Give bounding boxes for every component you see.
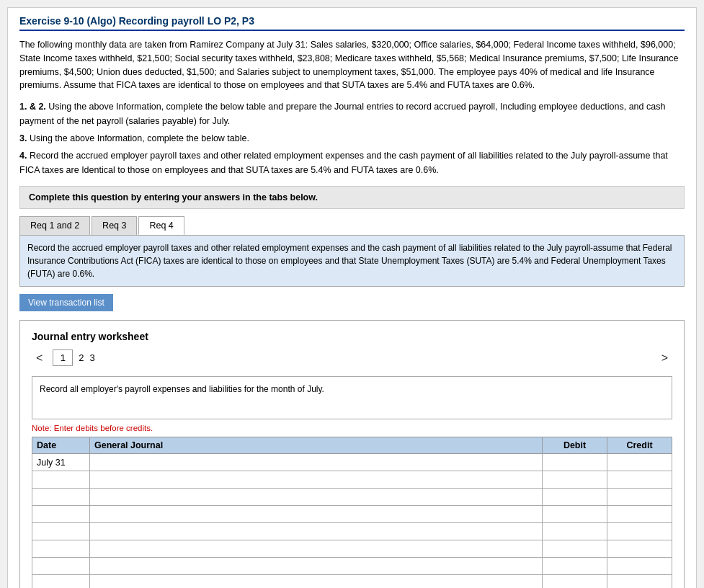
journal-cell-5[interactable] xyxy=(90,523,543,540)
journal-cell-8[interactable] xyxy=(90,575,543,589)
tab-content-box: Record the accrued employer payroll taxe… xyxy=(19,235,685,287)
credit-input-8[interactable] xyxy=(612,579,667,589)
view-transaction-button[interactable]: View transaction list xyxy=(19,294,113,311)
debit-input-4[interactable] xyxy=(547,509,602,520)
table-row xyxy=(32,523,672,540)
nav-row: < 1 2 3 > xyxy=(32,349,672,366)
debit-cell-1[interactable] xyxy=(543,454,607,471)
prev-page-button[interactable]: < xyxy=(32,350,47,366)
table-row: July 31 xyxy=(32,454,672,471)
note-text: Note: Enter debits before credits. xyxy=(32,424,672,432)
journal-input-6[interactable] xyxy=(94,544,538,554)
debit-input-6[interactable] xyxy=(547,544,602,554)
journal-input-8[interactable] xyxy=(94,579,538,589)
journal-input-7[interactable] xyxy=(94,561,538,571)
credit-cell-8[interactable] xyxy=(607,575,672,589)
credit-cell-2[interactable] xyxy=(607,471,672,489)
journal-cell-1[interactable] xyxy=(90,454,543,471)
credit-cell-6[interactable] xyxy=(607,540,672,558)
table-row xyxy=(32,540,672,558)
date-cell-7 xyxy=(32,558,90,575)
credit-cell-5[interactable] xyxy=(607,523,672,540)
col-date: Date xyxy=(32,437,90,454)
journal-cell-2[interactable] xyxy=(90,471,543,489)
tab-req4[interactable]: Req 4 xyxy=(138,216,184,235)
credit-input-6[interactable] xyxy=(612,544,667,554)
credit-cell-4[interactable] xyxy=(607,506,672,523)
credit-input-4[interactable] xyxy=(612,509,667,520)
table-row xyxy=(32,575,672,589)
entry-description: Record all employer's payroll expenses a… xyxy=(32,376,672,419)
journal-input-5[interactable] xyxy=(94,527,538,537)
debit-cell-5[interactable] xyxy=(543,523,607,540)
page-2-button[interactable]: 2 xyxy=(79,352,84,363)
date-cell-3 xyxy=(32,489,90,506)
debit-input-3[interactable] xyxy=(547,492,602,502)
credit-input-2[interactable] xyxy=(612,475,667,485)
table-row xyxy=(32,471,672,489)
journal-input-1[interactable] xyxy=(94,458,538,468)
col-credit: Credit xyxy=(607,437,672,454)
date-cell-1: July 31 xyxy=(32,454,90,471)
journal-input-2[interactable] xyxy=(94,475,538,485)
instruction-2: 3. Using the above Information, complete… xyxy=(19,131,685,146)
debit-cell-7[interactable] xyxy=(543,558,607,575)
journal-input-4[interactable] xyxy=(94,509,538,520)
date-cell-8 xyxy=(32,575,90,589)
credit-cell-1[interactable] xyxy=(607,454,672,471)
credit-input-7[interactable] xyxy=(612,561,667,571)
journal-cell-7[interactable] xyxy=(90,558,543,575)
next-page-button[interactable]: > xyxy=(657,350,672,366)
page-3-button[interactable]: 3 xyxy=(90,352,95,363)
complete-banner: Complete this question by entering your … xyxy=(19,186,685,209)
col-general-journal: General Journal xyxy=(90,437,543,454)
debit-cell-6[interactable] xyxy=(543,540,607,558)
instruction-1: 1. & 2. Using the above Information, com… xyxy=(19,99,685,128)
credit-cell-3[interactable] xyxy=(607,489,672,506)
table-row xyxy=(32,506,672,523)
journal-input-3[interactable] xyxy=(94,492,538,502)
worksheet-container: Journal entry worksheet < 1 2 3 > Record… xyxy=(19,320,685,588)
instruction-3: 4. Record the accrued employer payroll t… xyxy=(19,148,685,177)
debit-input-2[interactable] xyxy=(547,475,602,485)
debit-input-1[interactable] xyxy=(547,458,602,468)
debit-input-5[interactable] xyxy=(547,527,602,537)
credit-input-5[interactable] xyxy=(612,527,667,537)
journal-cell-4[interactable] xyxy=(90,506,543,523)
date-cell-2 xyxy=(32,471,90,489)
page-title: Exercise 9-10 (Algo) Recording payroll L… xyxy=(19,15,685,31)
tabs-row: Req 1 and 2 Req 3 Req 4 xyxy=(19,216,685,235)
instructions: 1. & 2. Using the above Information, com… xyxy=(19,99,685,177)
date-cell-6 xyxy=(32,540,90,558)
journal-cell-6[interactable] xyxy=(90,540,543,558)
table-row xyxy=(32,489,672,506)
journal-table: Date General Journal Debit Credit July 3… xyxy=(32,437,672,588)
debit-cell-4[interactable] xyxy=(543,506,607,523)
debit-input-8[interactable] xyxy=(547,579,602,589)
worksheet-title: Journal entry worksheet xyxy=(32,331,672,342)
debit-cell-8[interactable] xyxy=(543,575,607,589)
col-debit: Debit xyxy=(543,437,607,454)
credit-input-1[interactable] xyxy=(612,458,667,468)
page-1-button[interactable]: 1 xyxy=(53,349,73,366)
date-cell-4 xyxy=(32,506,90,523)
credit-cell-7[interactable] xyxy=(607,558,672,575)
tab-req1and2[interactable]: Req 1 and 2 xyxy=(19,216,90,235)
debit-cell-2[interactable] xyxy=(543,471,607,489)
credit-input-3[interactable] xyxy=(612,492,667,502)
debit-cell-3[interactable] xyxy=(543,489,607,506)
page-container: Exercise 9-10 (Algo) Recording payroll L… xyxy=(7,7,697,588)
intro-text: The following monthly data are taken fro… xyxy=(19,38,685,92)
journal-cell-3[interactable] xyxy=(90,489,543,506)
debit-input-7[interactable] xyxy=(547,561,602,571)
date-cell-5 xyxy=(32,523,90,540)
table-row xyxy=(32,558,672,575)
tab-req3[interactable]: Req 3 xyxy=(92,216,137,235)
